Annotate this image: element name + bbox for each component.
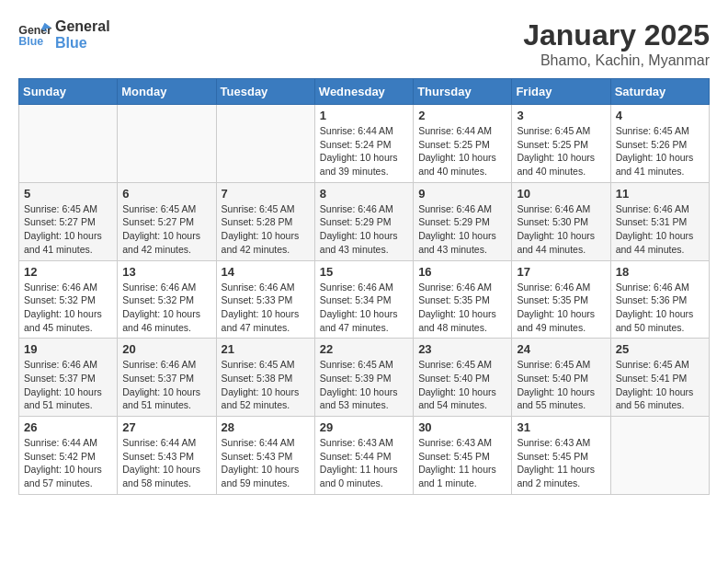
- svg-text:Blue: Blue: [18, 35, 43, 48]
- weekday-header-wednesday: Wednesday: [314, 79, 413, 105]
- day-number: 16: [418, 265, 506, 279]
- day-number: 21: [222, 342, 310, 356]
- weekday-header-sunday: Sunday: [19, 79, 118, 105]
- day-info: Sunrise: 6:43 AM Sunset: 5:45 PM Dayligh…: [517, 436, 605, 490]
- day-number: 4: [616, 109, 704, 122]
- weekday-header-saturday: Saturday: [610, 79, 709, 105]
- calendar-cell: 31Sunrise: 6:43 AM Sunset: 5:45 PM Dayli…: [512, 417, 610, 495]
- calendar-cell: 15Sunrise: 6:46 AM Sunset: 5:34 PM Dayli…: [314, 260, 413, 339]
- day-info: Sunrise: 6:45 AM Sunset: 5:41 PM Dayligh…: [616, 358, 704, 412]
- weekday-header-friday: Friday: [512, 79, 610, 105]
- week-row-1: 1Sunrise: 6:44 AM Sunset: 5:24 PM Daylig…: [19, 105, 710, 183]
- day-info: Sunrise: 6:44 AM Sunset: 5:42 PM Dayligh…: [24, 436, 112, 490]
- day-info: Sunrise: 6:46 AM Sunset: 5:30 PM Dayligh…: [517, 202, 605, 257]
- day-info: Sunrise: 6:45 AM Sunset: 5:28 PM Dayligh…: [222, 202, 310, 257]
- day-number: 8: [320, 187, 408, 201]
- day-info: Sunrise: 6:45 AM Sunset: 5:38 PM Dayligh…: [222, 358, 310, 412]
- logo-general: General: [55, 18, 110, 35]
- day-info: Sunrise: 6:46 AM Sunset: 5:35 PM Dayligh…: [517, 281, 605, 335]
- day-info: Sunrise: 6:46 AM Sunset: 5:34 PM Dayligh…: [320, 281, 408, 335]
- day-info: Sunrise: 6:46 AM Sunset: 5:32 PM Dayligh…: [24, 281, 112, 335]
- calendar-cell: 14Sunrise: 6:46 AM Sunset: 5:33 PM Dayli…: [216, 260, 314, 339]
- week-row-5: 26Sunrise: 6:44 AM Sunset: 5:42 PM Dayli…: [19, 417, 710, 495]
- calendar-cell: 25Sunrise: 6:45 AM Sunset: 5:41 PM Dayli…: [610, 339, 709, 417]
- calendar-cell: 13Sunrise: 6:46 AM Sunset: 5:32 PM Dayli…: [118, 260, 216, 339]
- day-number: 19: [24, 342, 112, 356]
- calendar-cell: 24Sunrise: 6:45 AM Sunset: 5:40 PM Dayli…: [512, 339, 610, 417]
- calendar-cell: 9Sunrise: 6:46 AM Sunset: 5:29 PM Daylig…: [414, 182, 512, 260]
- day-number: 13: [122, 265, 210, 279]
- calendar-cell: [19, 105, 118, 183]
- logo: General Blue General Blue: [18, 18, 110, 51]
- calendar-cell: 8Sunrise: 6:46 AM Sunset: 5:29 PM Daylig…: [314, 182, 413, 260]
- day-number: 7: [222, 187, 310, 201]
- day-info: Sunrise: 6:46 AM Sunset: 5:37 PM Dayligh…: [24, 358, 112, 412]
- day-number: 14: [222, 265, 310, 279]
- calendar-cell: 4Sunrise: 6:45 AM Sunset: 5:26 PM Daylig…: [610, 105, 709, 183]
- day-number: 27: [122, 420, 210, 434]
- day-info: Sunrise: 6:46 AM Sunset: 5:32 PM Dayligh…: [122, 281, 210, 335]
- day-info: Sunrise: 6:43 AM Sunset: 5:45 PM Dayligh…: [418, 436, 506, 490]
- day-info: Sunrise: 6:46 AM Sunset: 5:29 PM Dayligh…: [320, 202, 408, 257]
- day-info: Sunrise: 6:45 AM Sunset: 5:40 PM Dayligh…: [418, 358, 506, 412]
- calendar-cell: 20Sunrise: 6:46 AM Sunset: 5:37 PM Dayli…: [118, 339, 216, 417]
- calendar-cell: 23Sunrise: 6:45 AM Sunset: 5:40 PM Dayli…: [414, 339, 512, 417]
- day-info: Sunrise: 6:45 AM Sunset: 5:27 PM Dayligh…: [24, 202, 112, 257]
- day-number: 28: [222, 420, 310, 434]
- calendar-cell: 27Sunrise: 6:44 AM Sunset: 5:43 PM Dayli…: [118, 417, 216, 495]
- day-number: 31: [517, 420, 605, 434]
- calendar-cell: 30Sunrise: 6:43 AM Sunset: 5:45 PM Dayli…: [414, 417, 512, 495]
- calendar-cell: 28Sunrise: 6:44 AM Sunset: 5:43 PM Dayli…: [216, 417, 314, 495]
- day-number: 12: [24, 265, 112, 279]
- day-number: 11: [616, 187, 704, 201]
- day-info: Sunrise: 6:44 AM Sunset: 5:43 PM Dayligh…: [122, 436, 210, 490]
- logo-blue: Blue: [55, 35, 110, 52]
- calendar-cell: [610, 417, 709, 495]
- calendar-cell: 21Sunrise: 6:45 AM Sunset: 5:38 PM Dayli…: [216, 339, 314, 417]
- calendar-cell: 1Sunrise: 6:44 AM Sunset: 5:24 PM Daylig…: [314, 105, 413, 183]
- day-number: 25: [616, 342, 704, 356]
- day-number: 3: [517, 109, 605, 122]
- day-info: Sunrise: 6:45 AM Sunset: 5:26 PM Dayligh…: [616, 124, 704, 178]
- calendar-cell: 12Sunrise: 6:46 AM Sunset: 5:32 PM Dayli…: [19, 260, 118, 339]
- day-info: Sunrise: 6:46 AM Sunset: 5:29 PM Dayligh…: [418, 202, 506, 257]
- day-number: 26: [24, 420, 112, 434]
- day-number: 5: [24, 187, 112, 201]
- calendar-cell: 7Sunrise: 6:45 AM Sunset: 5:28 PM Daylig…: [216, 182, 314, 260]
- calendar-cell: 17Sunrise: 6:46 AM Sunset: 5:35 PM Dayli…: [512, 260, 610, 339]
- day-info: Sunrise: 6:45 AM Sunset: 5:40 PM Dayligh…: [517, 358, 605, 412]
- weekday-header-tuesday: Tuesday: [216, 79, 314, 105]
- calendar-cell: [216, 105, 314, 183]
- weekday-header-row: SundayMondayTuesdayWednesdayThursdayFrid…: [19, 79, 710, 105]
- calendar-cell: 10Sunrise: 6:46 AM Sunset: 5:30 PM Dayli…: [512, 182, 610, 260]
- week-row-3: 12Sunrise: 6:46 AM Sunset: 5:32 PM Dayli…: [19, 260, 710, 339]
- day-info: Sunrise: 6:46 AM Sunset: 5:31 PM Dayligh…: [616, 202, 704, 257]
- weekday-header-thursday: Thursday: [414, 79, 512, 105]
- day-number: 17: [517, 265, 605, 279]
- weekday-header-monday: Monday: [118, 79, 216, 105]
- calendar-cell: 3Sunrise: 6:45 AM Sunset: 5:25 PM Daylig…: [512, 105, 610, 183]
- logo-icon: General Blue: [18, 21, 51, 49]
- day-info: Sunrise: 6:45 AM Sunset: 5:25 PM Dayligh…: [517, 124, 605, 178]
- day-info: Sunrise: 6:46 AM Sunset: 5:33 PM Dayligh…: [222, 281, 310, 335]
- calendar-cell: 26Sunrise: 6:44 AM Sunset: 5:42 PM Dayli…: [19, 417, 118, 495]
- day-number: 18: [616, 265, 704, 279]
- week-row-2: 5Sunrise: 6:45 AM Sunset: 5:27 PM Daylig…: [19, 182, 710, 260]
- day-number: 20: [122, 342, 210, 356]
- calendar-cell: 16Sunrise: 6:46 AM Sunset: 5:35 PM Dayli…: [414, 260, 512, 339]
- day-number: 24: [517, 342, 605, 356]
- calendar-cell: 19Sunrise: 6:46 AM Sunset: 5:37 PM Dayli…: [19, 339, 118, 417]
- calendar-cell: 2Sunrise: 6:44 AM Sunset: 5:25 PM Daylig…: [414, 105, 512, 183]
- day-info: Sunrise: 6:46 AM Sunset: 5:35 PM Dayligh…: [418, 281, 506, 335]
- day-info: Sunrise: 6:44 AM Sunset: 5:25 PM Dayligh…: [418, 124, 506, 178]
- calendar-cell: 29Sunrise: 6:43 AM Sunset: 5:44 PM Dayli…: [314, 417, 413, 495]
- day-info: Sunrise: 6:44 AM Sunset: 5:24 PM Dayligh…: [320, 124, 408, 178]
- day-info: Sunrise: 6:46 AM Sunset: 5:37 PM Dayligh…: [122, 358, 210, 412]
- day-number: 1: [320, 109, 408, 122]
- day-info: Sunrise: 6:45 AM Sunset: 5:27 PM Dayligh…: [122, 202, 210, 257]
- calendar-cell: [118, 105, 216, 183]
- day-number: 22: [320, 342, 408, 356]
- page-header: General Blue General Blue January 2025 B…: [18, 18, 710, 69]
- location-title: Bhamo, Kachin, Myanmar: [523, 52, 710, 69]
- calendar-cell: 11Sunrise: 6:46 AM Sunset: 5:31 PM Dayli…: [610, 182, 709, 260]
